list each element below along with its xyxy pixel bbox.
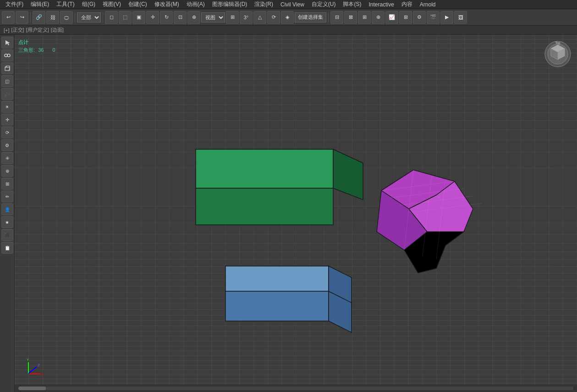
menu-civil-view[interactable]: Civil View: [277, 0, 308, 9]
svg-text:Top: Top: [555, 41, 560, 45]
layer-manager[interactable]: ⊕: [372, 11, 385, 24]
svg-marker-0: [5, 40, 10, 45]
infobar: [+] [正交] [用户定义] [边面]: [0, 26, 577, 35]
render-setup[interactable]: 🎬: [427, 11, 440, 24]
select-button[interactable]: ◻: [105, 11, 118, 24]
render-button[interactable]: ▶: [440, 11, 453, 24]
triangle-value: 0: [52, 47, 55, 53]
scene-objects: [15, 35, 577, 392]
filter-dropdown[interactable]: 全部: [77, 12, 101, 22]
rect-select-button[interactable]: ▣: [132, 11, 145, 24]
angle-snap[interactable]: 3°: [240, 11, 253, 24]
view-dropdown[interactable]: 视图: [201, 12, 225, 22]
menu-render[interactable]: 渲染(R): [251, 0, 277, 9]
bind-button[interactable]: [60, 11, 73, 24]
scale-button[interactable]: ⊡: [174, 11, 187, 24]
menu-animation[interactable]: 动画(A): [183, 0, 209, 9]
align-view-button[interactable]: ⊞: [358, 11, 371, 24]
sidebar-lights[interactable]: ☀: [1, 101, 13, 113]
sidebar-select[interactable]: [1, 37, 13, 49]
left-sidebar: ◫ 🎥 ☀ ✛ ⟳ ⚙ ⁜ ⊛ ⊞ ✏ 👤 ★ ⬛ 📋: [0, 35, 15, 392]
mirror-button[interactable]: ⊟: [330, 11, 343, 24]
scrollbar-thumb[interactable]: [18, 387, 46, 390]
align-button[interactable]: ⊠: [344, 11, 357, 24]
sidebar-camera[interactable]: 🎥: [1, 88, 13, 100]
menu-tools[interactable]: 工具(T): [53, 0, 78, 9]
percent-snap[interactable]: △: [253, 11, 266, 24]
spinner-snap[interactable]: ⟳: [267, 11, 280, 24]
axis-indicator: X Y Z: [24, 355, 47, 378]
menu-view[interactable]: 视图(V): [99, 0, 125, 9]
menu-edit[interactable]: 编辑(E): [27, 0, 53, 9]
sidebar-systems[interactable]: ⚙: [1, 139, 13, 151]
menu-customize[interactable]: 自定义(U): [308, 0, 340, 9]
place-button[interactable]: ⊕: [187, 11, 200, 24]
sidebar-colors[interactable]: ⬛: [1, 229, 13, 241]
blue-box-front-face: [225, 291, 329, 321]
sidebar-shapes[interactable]: ◫: [1, 75, 13, 87]
move-button[interactable]: ✛: [146, 11, 159, 24]
triangle-label: 三角形:: [18, 47, 35, 53]
menu-content[interactable]: 内容: [398, 0, 416, 9]
unlink-button[interactable]: ⛓: [46, 11, 59, 24]
separator-2: [75, 12, 75, 23]
render-frame[interactable]: 🖼: [454, 11, 467, 24]
rotate-button[interactable]: ↻: [160, 11, 173, 24]
svg-point-1: [5, 54, 7, 57]
menu-graph-editor[interactable]: 图形编辑器(D): [209, 0, 251, 9]
viewport-user-label: [用户定义]: [26, 27, 49, 33]
sidebar-paint[interactable]: ✏: [1, 191, 13, 202]
separator-1: [30, 12, 31, 23]
stats-title: 点计: [18, 38, 55, 46]
menubar: 文件(F) 编辑(E) 工具(T) 组(G) 视图(V) 创建(C) 修改器(M…: [0, 0, 577, 9]
bottom-scrollbar[interactable]: [15, 385, 577, 392]
viewport-mode-label: [+]: [4, 27, 10, 33]
svg-text:Y: Y: [27, 358, 29, 362]
viewport-projection-label: [正交]: [11, 27, 24, 33]
scrollbar-track: [18, 387, 573, 390]
svg-point-2: [7, 54, 10, 57]
undo-button[interactable]: ↩: [2, 11, 15, 24]
separator-3: [103, 12, 103, 23]
stats-overlay: 点计 三角形: 36 0: [18, 38, 55, 54]
compass: Top: [544, 40, 572, 68]
link-button[interactable]: 🔗: [33, 11, 45, 24]
schematic-view[interactable]: ⊞: [399, 11, 412, 24]
blue-box-top-face: [225, 266, 329, 291]
menu-modifier[interactable]: 修改器(M): [151, 0, 183, 9]
toolbar: ↩ ↪ 🔗 ⛓ 全部 ◻ ⬚ ▣ ✛ ↻ ⊡ ⊕ 视图 ⊞ 3° △ ⟳ ◈ 创…: [0, 9, 577, 26]
create-selection-set[interactable]: 创建选择集: [295, 12, 326, 22]
sidebar-notes[interactable]: 📋: [1, 242, 13, 254]
sidebar-dynamics[interactable]: ⊛: [1, 165, 13, 177]
main-area: ◫ 🎥 ☀ ✛ ⟳ ⚙ ⁜ ⊛ ⊞ ✏ 👤 ★ ⬛ 📋 点计 三角形: 36 0: [0, 35, 577, 392]
redo-button[interactable]: ↪: [16, 11, 28, 24]
menu-create[interactable]: 创建(C): [125, 0, 151, 9]
sidebar-fur[interactable]: ⊞: [1, 178, 13, 190]
svg-line-16: [28, 367, 37, 374]
sidebar-helpers[interactable]: ✛: [1, 114, 13, 125]
select-region-button[interactable]: ⬚: [119, 11, 132, 24]
sidebar-spacewarp[interactable]: ⟳: [1, 126, 13, 138]
triangle-count: 36: [38, 47, 44, 53]
sidebar-geometry[interactable]: [1, 62, 13, 74]
menu-arnold[interactable]: Arnold: [416, 0, 440, 9]
snap-toggle[interactable]: ⊞: [226, 11, 239, 24]
sidebar-particles[interactable]: ⁜: [1, 152, 13, 164]
box-icon: [4, 65, 11, 71]
viewport-edge-label: [边面]: [51, 27, 64, 33]
sidebar-effects[interactable]: ★: [1, 216, 13, 228]
menu-interactive[interactable]: Interactive: [365, 0, 397, 9]
menu-file[interactable]: 文件(F): [2, 0, 27, 9]
cursor-icon: [4, 39, 11, 46]
menu-group[interactable]: 组(G): [78, 0, 99, 9]
sidebar-link[interactable]: [1, 49, 13, 61]
viewport[interactable]: 点计 三角形: 36 0: [15, 35, 577, 392]
separator-4: [328, 12, 329, 23]
svg-text:X: X: [41, 372, 44, 376]
curve-editor[interactable]: 📈: [385, 11, 398, 24]
sidebar-populate[interactable]: 👤: [1, 203, 13, 215]
svg-text:Z: Z: [38, 363, 40, 367]
menu-script[interactable]: 脚本(S): [339, 0, 365, 9]
material-editor[interactable]: ⚙: [413, 11, 426, 24]
edit-named-sel[interactable]: ◈: [281, 11, 294, 24]
